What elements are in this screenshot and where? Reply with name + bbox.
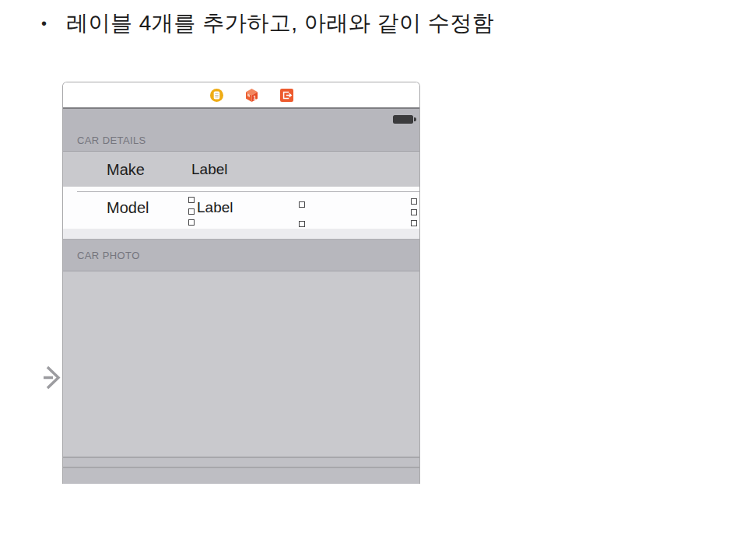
selection-handle-bottom-center[interactable] xyxy=(299,221,305,227)
selection-handle-mid-left[interactable] xyxy=(188,208,195,215)
selection-handle-top-right[interactable] xyxy=(411,198,417,205)
scene-dock-icons: 1 xyxy=(210,88,293,103)
table-row-model[interactable]: Model Label xyxy=(63,187,419,229)
first-responder-number: 1 xyxy=(253,94,256,100)
selection-handle-top-center[interactable] xyxy=(299,201,305,208)
make-title-label[interactable]: Make xyxy=(107,160,145,178)
bullet-marker: • xyxy=(41,15,47,33)
table-footer-band xyxy=(63,468,419,484)
view-controller-canvas: CAR DETAILS Make Label Model Label xyxy=(63,107,419,484)
section-gap-band xyxy=(63,229,419,240)
table-footer-band xyxy=(63,458,419,467)
storyboard-scene[interactable]: 1 CAR DETAILS Mak xyxy=(62,82,420,484)
selection-handle-top-left[interactable] xyxy=(188,197,195,203)
car-photo-header-band: CAR PHOTO xyxy=(63,240,419,271)
view-controller-icon[interactable] xyxy=(210,89,223,102)
first-responder-icon[interactable]: 1 xyxy=(244,88,259,103)
slide-title: 레이블 4개를 추가하고, 아래와 같이 수정함 xyxy=(66,10,494,37)
slide: • 레이블 4개를 추가하고, 아래와 같이 수정함 xyxy=(0,0,747,560)
section-header-car-details: CAR DETAILS xyxy=(77,135,146,146)
status-and-section-band: CAR DETAILS xyxy=(63,109,419,152)
make-value-label[interactable]: Label xyxy=(191,161,228,178)
selection-handle-bottom-right[interactable] xyxy=(411,220,417,226)
car-photo-cell[interactable] xyxy=(63,271,419,457)
initial-view-controller-arrow[interactable] xyxy=(42,363,63,392)
slide-bullet-line: • 레이블 4개를 추가하고, 아래와 같이 수정함 xyxy=(41,10,494,37)
scene-dock: 1 xyxy=(63,82,419,107)
section-header-car-photo: CAR PHOTO xyxy=(77,250,140,261)
exit-icon[interactable] xyxy=(280,89,293,102)
selection-handle-bottom-left[interactable] xyxy=(188,219,195,226)
selection-handle-mid-right[interactable] xyxy=(411,209,417,215)
model-title-label[interactable]: Model xyxy=(107,199,149,217)
table-row-make[interactable]: Make Label xyxy=(63,152,419,187)
model-value-label[interactable]: Label xyxy=(197,199,233,216)
battery-icon xyxy=(393,115,413,124)
